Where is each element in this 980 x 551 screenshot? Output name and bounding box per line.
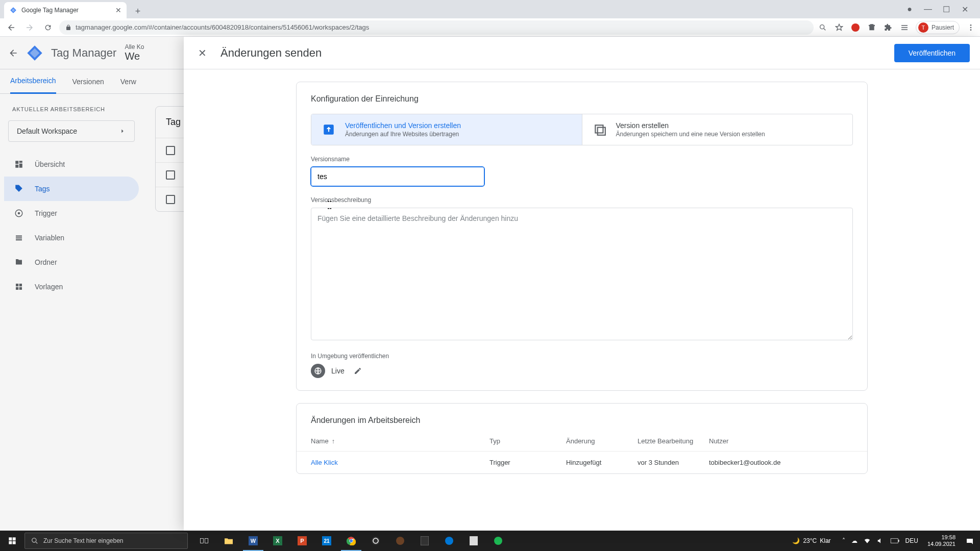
row-type: Trigger	[489, 459, 566, 466]
option-publish-create[interactable]: Veröffentlichen und Version erstellen Än…	[311, 114, 582, 145]
version-name-input[interactable]	[311, 167, 484, 186]
ext1-icon[interactable]	[850, 22, 861, 33]
svg-rect-9	[595, 125, 603, 133]
start-button[interactable]	[0, 531, 24, 551]
word-icon[interactable]: W	[241, 531, 265, 551]
app2-icon[interactable]	[461, 531, 486, 551]
folder-icon	[14, 258, 24, 267]
globe-icon	[311, 364, 325, 378]
workspace-selector[interactable]: Default Workspace	[8, 120, 135, 142]
battery-icon[interactable]	[890, 538, 899, 543]
account-dot-icon[interactable]: ●	[904, 4, 915, 14]
puzzle-icon[interactable]	[883, 22, 893, 33]
sidebar-item-tags[interactable]: Tags	[4, 177, 139, 201]
svg-point-4	[970, 27, 972, 28]
publish-button[interactable]: Veröffentlichen	[894, 44, 970, 62]
back-button[interactable]	[4, 20, 18, 35]
time: 19:58	[927, 534, 955, 541]
back-arrow-icon[interactable]	[8, 48, 18, 58]
zoom-icon[interactable]	[818, 22, 828, 33]
list-icon[interactable]	[899, 22, 910, 33]
table-row[interactable]: Alle Klick Trigger Hinzugefügt vor 3 Stu…	[297, 452, 867, 473]
tray-chevron-icon[interactable]: ˄	[842, 537, 845, 544]
onedrive-icon[interactable]: ☁	[851, 537, 857, 544]
close-modal-button[interactable]: ✕	[194, 45, 210, 61]
sidebar-item-templates[interactable]: Vorlagen	[4, 274, 139, 299]
sidebar-item-overview[interactable]: Übersicht	[4, 152, 139, 177]
weather-widget[interactable]: 🌙 23°C Klar	[786, 537, 837, 544]
modal-header: ✕ Änderungen senden Veröffentlichen	[184, 37, 980, 69]
browser-tab[interactable]: Google Tag Manager ✕	[4, 2, 127, 18]
close-icon[interactable]: ✕	[115, 6, 121, 14]
ext2-icon[interactable]	[867, 22, 877, 33]
maximize-icon[interactable]: ☐	[941, 4, 951, 14]
col-last-edit[interactable]: Letzte Bearbeitung	[638, 437, 709, 445]
obs-icon[interactable]	[363, 531, 388, 551]
svg-rect-14	[9, 541, 12, 544]
edit-env-button[interactable]	[354, 367, 362, 375]
menu-icon[interactable]	[966, 22, 976, 33]
svg-line-1	[824, 29, 825, 30]
col-type[interactable]: Typ	[489, 437, 566, 445]
language-indicator[interactable]: DEU	[905, 537, 918, 544]
clock[interactable]: 19:58 14.09.2021	[923, 534, 960, 547]
excel-icon[interactable]: X	[265, 531, 290, 551]
star-icon[interactable]	[834, 22, 844, 33]
powerpoint-icon[interactable]: P	[290, 531, 314, 551]
app-name: Tag Manager	[51, 46, 116, 60]
volume-icon[interactable]	[877, 537, 884, 544]
option-create-version[interactable]: Version erstellen Änderungen speichern u…	[582, 114, 853, 145]
row-change: Hinzugefügt	[566, 459, 638, 466]
task-view-icon[interactable]	[192, 531, 216, 551]
tag-icon	[14, 184, 24, 193]
sidebar-item-variables[interactable]: Variablen	[4, 226, 139, 250]
tab-workspace[interactable]: Arbeitsbereich	[10, 69, 56, 94]
explorer-icon[interactable]	[216, 531, 241, 551]
gtm-favicon-icon	[9, 6, 17, 14]
app-icon[interactable]	[388, 531, 412, 551]
notification-center[interactable]	[960, 531, 980, 551]
profile-status: Pausiert	[932, 24, 954, 31]
wifi-icon[interactable]	[864, 537, 871, 544]
variables-icon	[14, 233, 24, 242]
reload-button[interactable]	[41, 20, 55, 35]
spotify-icon[interactable]	[486, 531, 510, 551]
tab-versions[interactable]: Versionen	[72, 69, 104, 94]
checkbox[interactable]	[166, 146, 175, 155]
tab-admin[interactable]: Verw	[120, 69, 136, 94]
sidebar-item-label: Variablen	[35, 234, 64, 242]
modal-title: Änderungen senden	[220, 46, 884, 60]
profile-chip[interactable]: T Pausiert	[916, 21, 960, 34]
checkbox[interactable]	[166, 195, 175, 204]
forward-button[interactable]	[22, 20, 37, 35]
col-change[interactable]: Änderung	[566, 437, 638, 445]
svg-point-3	[970, 24, 972, 26]
addr-icons: T Pausiert	[818, 21, 976, 34]
taskbar-search[interactable]: Zur Suche Text hier eingeben	[24, 533, 188, 549]
version-desc-textarea[interactable]	[311, 208, 853, 340]
browser-chrome: Google Tag Manager ✕ + ● — ☐ ✕ tagmanage…	[0, 0, 980, 37]
col-user[interactable]: Nutzer	[709, 437, 853, 445]
sidebar-item-folders[interactable]: Ordner	[4, 250, 139, 274]
weather-text: Klar	[820, 537, 830, 544]
close-window-icon[interactable]: ✕	[960, 4, 970, 14]
edge-icon[interactable]	[437, 531, 461, 551]
chrome-icon[interactable]	[339, 531, 363, 551]
sidebar-item-label: Vorlagen	[35, 283, 63, 291]
tab-title: Google Tag Manager	[21, 7, 79, 14]
notes-icon[interactable]	[412, 531, 437, 551]
changes-table-header: Name ↑ Typ Änderung Letzte Bearbeitung N…	[297, 431, 867, 452]
outlook-icon[interactable]: 21	[314, 531, 339, 551]
col-name[interactable]: Name ↑	[311, 437, 489, 445]
version-icon	[592, 121, 608, 138]
minimize-icon[interactable]: —	[923, 4, 933, 14]
option-subtitle: Änderungen auf Ihre Websites übertragen	[345, 131, 461, 138]
sidebar-item-trigger[interactable]: Trigger	[4, 201, 139, 226]
window-controls: ● — ☐ ✕	[898, 4, 976, 14]
svg-text:21: 21	[324, 538, 330, 544]
checkbox[interactable]	[166, 170, 175, 180]
svg-point-0	[820, 24, 824, 29]
new-tab-button[interactable]: +	[131, 4, 145, 18]
url-field[interactable]: tagmanager.google.com/#/container/accoun…	[59, 20, 814, 35]
sort-arrow-icon: ↑	[332, 437, 335, 445]
